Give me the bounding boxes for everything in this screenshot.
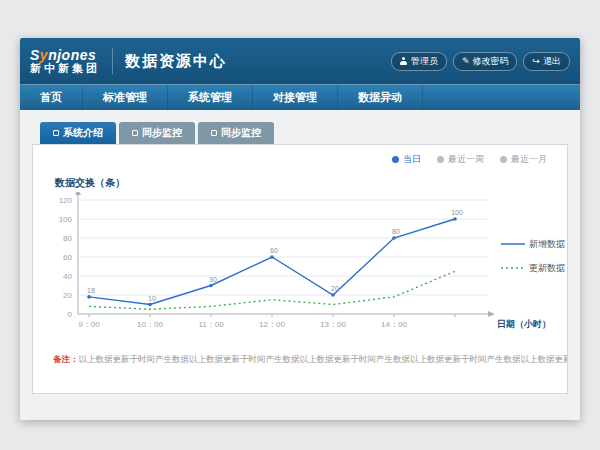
footnote-text: 以上数据更新于时间产生数据以上数据更新于时间产生数据以上数据更新于时间产生数据以… — [79, 354, 568, 364]
chart-y-axis-title: 数据交换（条） — [55, 176, 567, 190]
svg-text:60: 60 — [63, 253, 72, 262]
svg-text:100: 100 — [451, 209, 463, 216]
tab-sync-monitor-1[interactable]: 同步监控 — [119, 122, 195, 144]
svg-text:60: 60 — [270, 247, 278, 254]
svg-text:18: 18 — [87, 287, 95, 294]
svg-text:80: 80 — [63, 234, 72, 243]
change-password-label: 修改密码 — [472, 55, 508, 68]
filter-label: 最近一周 — [448, 153, 484, 166]
user-button[interactable]: 管理员 — [391, 52, 447, 71]
tab-label: 同步监控 — [221, 122, 261, 144]
logo-company-name: 新中新集团 — [30, 63, 100, 75]
header-divider — [112, 48, 113, 74]
app-header: Synjones 新中新集团 数据资源中心 管理员 修改密码 退出 — [20, 38, 580, 84]
user-button-label: 管理员 — [411, 55, 438, 68]
nav-item-connection-mgmt[interactable]: 对接管理 — [253, 85, 338, 110]
filter-last-week[interactable]: 最近一周 — [437, 153, 484, 166]
app-window: Synjones 新中新集团 数据资源中心 管理员 修改密码 退出 首页 标准管… — [20, 38, 580, 420]
line-chart: 0204060801001209：0010：0011：0012：0013：001… — [33, 192, 567, 340]
tab-sync-monitor-2[interactable]: 同步监控 — [198, 122, 274, 144]
svg-text:0: 0 — [68, 310, 73, 319]
footnote: 备注：以上数据更新于时间产生数据以上数据更新于时间产生数据以上数据更新于时间产生… — [33, 354, 567, 366]
logo-accent: y — [40, 47, 48, 63]
filter-dot-icon — [392, 156, 399, 163]
tab-system-intro[interactable]: 系统介绍 — [40, 122, 116, 144]
logo-wordmark: Synjones — [30, 48, 100, 63]
series-line-0 — [89, 219, 455, 305]
tab-icon — [53, 130, 59, 136]
change-password-button[interactable]: 修改密码 — [453, 52, 518, 71]
filter-today[interactable]: 当日 — [392, 153, 421, 166]
user-icon — [400, 57, 408, 65]
legend-label-1: 更新数据 — [529, 263, 565, 273]
svg-text:100: 100 — [59, 215, 73, 224]
svg-text:120: 120 — [59, 196, 73, 205]
filter-label: 当日 — [403, 153, 421, 166]
logo: Synjones 新中新集团 — [30, 48, 100, 74]
logout-label: 退出 — [543, 55, 561, 68]
svg-text:10：00: 10：00 — [137, 320, 163, 329]
svg-text:40: 40 — [63, 272, 72, 281]
svg-text:10: 10 — [148, 295, 156, 302]
range-filters: 当日 最近一周 最近一月 — [33, 145, 567, 166]
legend-label-0: 新增数据 — [529, 239, 565, 249]
filter-label: 最近一月 — [511, 153, 547, 166]
page-title: 数据资源中心 — [125, 52, 227, 71]
logo-text-rest: njones — [48, 47, 96, 63]
nav-item-system-mgmt[interactable]: 系统管理 — [168, 85, 253, 110]
filter-last-month[interactable]: 最近一月 — [500, 153, 547, 166]
content-area: 系统介绍 同步监控 同步监控 当日 最近一周 — [20, 110, 580, 420]
svg-text:11：00: 11：00 — [198, 320, 224, 329]
pencil-icon — [462, 56, 470, 66]
svg-text:20: 20 — [331, 285, 339, 292]
logout-button[interactable]: 退出 — [523, 52, 570, 71]
logo-text: S — [30, 47, 40, 63]
svg-text:30: 30 — [209, 276, 217, 283]
filter-dot-icon — [437, 156, 444, 163]
tab-icon — [211, 130, 217, 136]
nav-item-home[interactable]: 首页 — [20, 85, 83, 110]
svg-text:12：00: 12：00 — [259, 320, 285, 329]
nav-item-data-changes[interactable]: 数据异动 — [338, 85, 423, 110]
main-nav: 首页 标准管理 系统管理 对接管理 数据异动 — [20, 84, 580, 110]
footnote-label: 备注： — [53, 354, 79, 364]
tab-icon — [132, 130, 138, 136]
svg-text:9：00: 9：00 — [78, 320, 100, 329]
svg-text:14：00: 14：00 — [381, 320, 407, 329]
svg-text:13：00: 13：00 — [320, 320, 346, 329]
svg-text:80: 80 — [392, 228, 400, 235]
logout-icon — [532, 56, 540, 66]
svg-text:20: 20 — [63, 291, 72, 300]
tab-label: 同步监控 — [142, 122, 182, 144]
filter-dot-icon — [500, 156, 507, 163]
nav-item-standard-mgmt[interactable]: 标准管理 — [83, 85, 168, 110]
tab-label: 系统介绍 — [63, 122, 103, 144]
user-actions: 管理员 修改密码 退出 — [391, 52, 570, 71]
tab-bar: 系统介绍 同步监控 同步监控 — [32, 122, 568, 144]
chart-panel: 当日 最近一周 最近一月 数据交换（条） 0204060801001209：00… — [32, 144, 568, 394]
chart-x-axis-title: 日期（小时） — [497, 319, 551, 329]
